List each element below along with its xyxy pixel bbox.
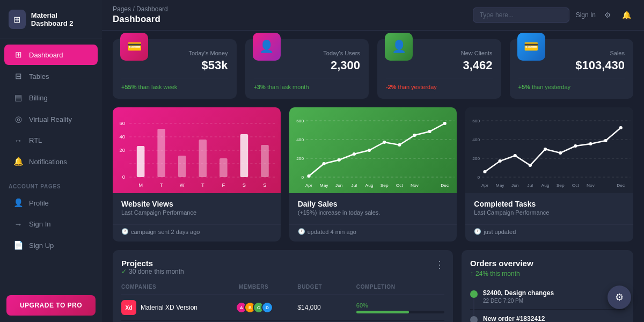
svg-rect-15 xyxy=(261,145,269,177)
notifications-icon[interactable]: 🔔 xyxy=(620,9,633,21)
stat-card-3: 💳 Sales $103,430 +5% than yesterday xyxy=(510,39,634,99)
check-icon: ✓ xyxy=(121,268,127,275)
members-avatars-1: A B C D xyxy=(239,302,297,313)
svg-text:Jul: Jul xyxy=(528,183,533,188)
svg-rect-11 xyxy=(178,156,186,177)
stat-card-2: 👤 New Clients 3,462 -2% than yesterday xyxy=(377,39,501,99)
svg-text:Nov: Nov xyxy=(587,183,595,188)
stat-icon-3: 💳 xyxy=(517,33,545,61)
svg-text:Nov: Nov xyxy=(411,183,419,188)
projects-title: Projects xyxy=(121,259,184,268)
chart-title-completed-tasks: Completed Tasks xyxy=(474,200,625,208)
svg-text:600: 600 xyxy=(296,119,304,123)
search-input[interactable] xyxy=(473,8,569,23)
chart-area-completed-tasks: .grid-line3{stroke:#ffffff22;stroke-widt… xyxy=(465,107,633,193)
settings-icon[interactable]: ⚙ xyxy=(602,9,613,21)
svg-text:200: 200 xyxy=(296,156,304,161)
progress-bg-xd xyxy=(356,311,444,313)
stat-icon-0: 💳 xyxy=(120,33,148,61)
col-completion: COMPLETION xyxy=(356,284,444,290)
chart-subtitle-daily-sales: (+15%) increase in today sales. xyxy=(298,209,449,216)
nav-label-dashboard: Dashboard xyxy=(29,51,63,59)
done-count: 30 done xyxy=(129,268,152,275)
orders-growth-text: 24% this month xyxy=(475,270,520,277)
stat-icon-2: 👤 xyxy=(385,33,413,61)
order-text-1: $2400, Design changes xyxy=(483,289,554,297)
svg-point-65 xyxy=(589,142,592,145)
svg-text:40: 40 xyxy=(119,134,125,140)
svg-point-32 xyxy=(322,162,325,165)
sign-in-link[interactable]: Sign In xyxy=(576,11,596,19)
nav-label-sign-up: Sign Up xyxy=(29,241,54,250)
completion-pct-xd: 60% xyxy=(356,302,368,309)
order-date-1: 22 DEC 7:20 PM xyxy=(483,298,554,304)
svg-text:0: 0 xyxy=(301,175,304,180)
fab-settings[interactable]: ⚙ xyxy=(608,286,631,309)
projects-header: Projects ✓ 30 done this month ⋮ xyxy=(121,259,444,275)
progress-fill-xd xyxy=(356,311,409,313)
chart-footer-text-completed-tasks: just updated xyxy=(484,229,516,235)
svg-text:T: T xyxy=(201,182,204,188)
svg-text:20: 20 xyxy=(119,148,125,153)
nav-icon-billing: ▤ xyxy=(13,93,24,103)
sidebar-item-rtl[interactable]: ↔RTL xyxy=(4,130,98,150)
sidebar-item-tables[interactable]: ⊟Tables xyxy=(4,66,98,86)
sidebar-item-profile[interactable]: 👤Profile xyxy=(4,193,98,213)
projects-done: ✓ 30 done this month xyxy=(121,268,184,275)
chart-info-website-views: Website Views Last Campaign Performance xyxy=(113,193,281,222)
stat-icon-1: 👤 xyxy=(253,33,281,61)
page-title: Dashboard xyxy=(113,14,168,25)
sidebar-item-sign-up[interactable]: 📄Sign Up xyxy=(4,235,98,255)
more-options-button[interactable]: ⋮ xyxy=(435,259,444,270)
avatar-4: D xyxy=(261,302,273,313)
chart-footer-daily-sales: 🕐 updated 4 min ago xyxy=(289,224,457,241)
chart-website-views: .grid-line{stroke:#ffffff33;stroke-width… xyxy=(113,107,281,241)
svg-text:400: 400 xyxy=(296,137,304,142)
order-details-1: $2400, Design changes 22 DEC 7:20 PM xyxy=(483,289,554,304)
col-members: MEMBERS xyxy=(239,284,297,290)
svg-text:60: 60 xyxy=(119,121,125,126)
chart-footer-website-views: 🕐 campaign sent 2 days ago xyxy=(113,224,281,241)
svg-text:F: F xyxy=(222,182,225,188)
svg-point-61 xyxy=(529,164,532,167)
line-chart-svg-sales: .grid-line2{stroke:#ffffff44;stroke-widt… xyxy=(289,107,457,193)
projects-card: Projects ✓ 30 done this month ⋮ COMPANIE… xyxy=(113,250,453,322)
order-item-1: $2400, Design changes 22 DEC 7:20 PM xyxy=(470,284,625,310)
breadcrumb-current: Dashboard xyxy=(136,5,168,13)
chart-title-website-views: Website Views xyxy=(121,200,272,208)
chart-area-daily-sales: .grid-line2{stroke:#ffffff44;stroke-widt… xyxy=(289,107,457,193)
svg-text:S: S xyxy=(243,182,246,188)
stat-change-1: +3% than lask month xyxy=(254,84,361,90)
sidebar-logo: ⊞ Material Dashboard 2 xyxy=(0,0,102,39)
nav-label-billing: Billing xyxy=(29,94,48,102)
nav-icon-tables: ⊟ xyxy=(13,71,24,81)
svg-text:200: 200 xyxy=(473,156,480,161)
nav-label-rtl: RTL xyxy=(29,136,42,144)
bar-chart-svg: .grid-line{stroke:#ffffff33;stroke-width… xyxy=(113,107,281,193)
svg-point-39 xyxy=(428,130,431,133)
col-budget: BUDGET xyxy=(297,284,356,290)
order-details-2: New order #1832412 21 DEC 11 PM xyxy=(483,315,545,322)
sidebar-item-sign-in[interactable]: →Sign In xyxy=(4,214,98,234)
line-chart-svg-tasks: .grid-line3{stroke:#ffffff22;stroke-widt… xyxy=(465,107,633,193)
svg-rect-12 xyxy=(199,140,207,177)
sidebar-item-billing[interactable]: ▤Billing xyxy=(4,87,98,108)
svg-point-66 xyxy=(604,139,608,142)
svg-point-67 xyxy=(619,126,623,129)
svg-text:Aug: Aug xyxy=(365,183,373,188)
svg-point-36 xyxy=(383,141,386,144)
logo-text: Material Dashboard 2 xyxy=(31,11,93,27)
nav-icon-sign-up: 📄 xyxy=(13,240,24,250)
nav-label-virtual-reality: Virtual Reality xyxy=(29,115,72,123)
stat-card-1: 👤 Today's Users 2,300 +3% than lask mont… xyxy=(245,39,369,99)
upgrade-button[interactable]: UPGRADE TO PRO xyxy=(6,295,96,316)
order-dot-2 xyxy=(470,316,478,322)
nav-label-tables: Tables xyxy=(29,72,49,80)
sidebar-item-virtual-reality[interactable]: ◎Virtual Reality xyxy=(4,109,98,129)
chart-title-daily-sales: Daily Sales xyxy=(298,200,449,208)
sidebar-item-dashboard[interactable]: ⊞Dashboard xyxy=(4,45,98,65)
chart-subtitle-website-views: Last Campaign Performance xyxy=(121,209,272,216)
table-header: COMPANIES MEMBERS BUDGET COMPLETION xyxy=(121,280,444,295)
stat-card-0: 💳 Today's Money $53k +55% than lask week xyxy=(113,39,237,99)
sidebar-item-notifications[interactable]: 🔔Notifications xyxy=(4,151,98,172)
